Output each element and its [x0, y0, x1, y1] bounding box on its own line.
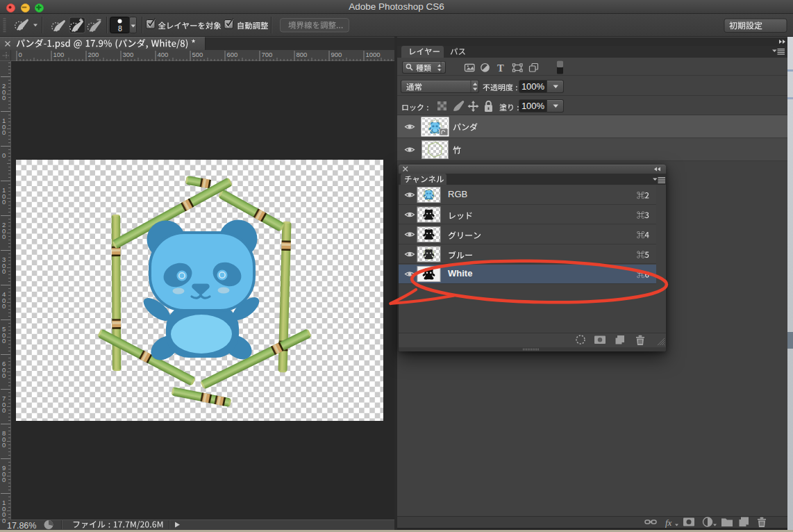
svg-text:0: 0: [2, 151, 6, 159]
svg-text:0: 0: [19, 51, 22, 58]
svg-text:0: 0: [2, 94, 6, 101]
svg-text:0: 0: [2, 198, 6, 206]
svg-text:0: 0: [2, 372, 6, 379]
svg-text:fx: fx: [665, 517, 672, 528]
svg-text:800: 800: [297, 51, 308, 58]
svg-text:400: 400: [158, 51, 169, 58]
svg-text:0: 0: [2, 267, 6, 275]
svg-text:0: 0: [2, 302, 6, 310]
svg-text:0: 0: [2, 406, 6, 414]
svg-text:700: 700: [262, 51, 273, 58]
svg-text:300: 300: [123, 51, 134, 58]
svg-text:0: 0: [2, 233, 6, 240]
svg-text:500: 500: [192, 51, 203, 58]
svg-text:0: 0: [2, 441, 6, 449]
svg-text:0: 0: [2, 337, 6, 344]
svg-text:900: 900: [331, 51, 342, 58]
svg-text:600: 600: [227, 51, 238, 58]
svg-text:0: 0: [2, 128, 6, 136]
svg-text:0: 0: [2, 476, 6, 483]
svg-text:200: 200: [88, 51, 99, 58]
svg-text:8: 8: [118, 24, 122, 33]
svg-text:1000: 1000: [366, 51, 381, 58]
svg-text:0: 0: [2, 517, 6, 524]
svg-text:100: 100: [53, 51, 65, 58]
svg-text:T: T: [497, 63, 504, 74]
